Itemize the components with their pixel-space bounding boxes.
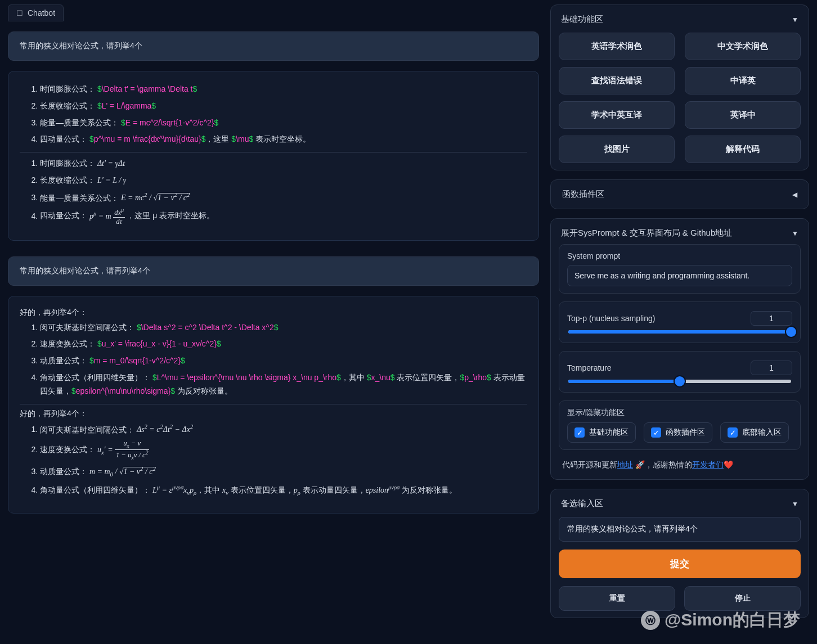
system-prompt-input[interactable]: Serve me as a writing and programming as… xyxy=(567,265,792,286)
user-message-1-text: 常用的狭义相对论公式，请列举4个 xyxy=(20,41,142,50)
panel-basic-functions: 基础功能区 ▼ 英语学术润色 中文学术润色 查找语法错误 中译英 学术中英互译 … xyxy=(550,4,809,170)
sidebar: 基础功能区 ▼ 英语学术润色 中文学术润色 查找语法错误 中译英 学术中英互译 … xyxy=(547,0,817,644)
chevron-down-icon: ▼ xyxy=(792,16,798,24)
slider-thumb-icon[interactable] xyxy=(675,376,685,386)
rendered-item-2-2: 速度变换公式： ux′ = ux − v1 − uxv / c2 xyxy=(40,440,527,461)
check-input-area[interactable]: ✓ 底部输入区 xyxy=(720,422,789,443)
rendered-list-1: 时间膨胀公式： Δt′ = γΔt 长度收缩公式： L′ = L / γ 能量—… xyxy=(34,157,527,225)
raw-latex-list-1: 时间膨胀公式： $\Delta t' = \gamma \Delta t$ 长度… xyxy=(34,83,527,146)
assistant-message-2: 好的，再列举4个： 闵可夫斯基时空间隔公式： $\Delta s^2 = c^2… xyxy=(8,296,539,514)
panel-plugins-header[interactable]: 函数插件区 ◀ xyxy=(560,187,800,202)
rendered-item-1-1: 时间膨胀公式： Δt′ = γΔt xyxy=(40,157,527,170)
raw-item-2-2: 速度变换公式： $u_x' = \frac{u_x - v}{1 - u_xv/… xyxy=(40,337,527,351)
btn-cn2en[interactable]: 中译英 xyxy=(685,67,801,94)
user-message-2: 常用的狭义相对论公式，请再列举4个 xyxy=(8,256,539,286)
chat-area: ☐ Chatbot 常用的狭义相对论公式，请列举4个 时间膨胀公式： $\Del… xyxy=(0,0,547,644)
raw-item-1-1: 时间膨胀公式： $\Delta t' = \gamma \Delta t$ xyxy=(40,83,527,96)
chevron-down-icon: ▼ xyxy=(792,500,798,508)
visibility-title: 显示/隐藏功能区 xyxy=(567,408,792,418)
raw-latex-list-2: 闵可夫斯基时空间隔公式： $\Delta s^2 = c^2 \Delta t^… xyxy=(34,321,527,398)
btn-academic-tr[interactable]: 学术中英互译 xyxy=(559,101,675,129)
panel-plugins-title: 函数插件区 xyxy=(562,189,604,200)
rendered-item-2-1: 闵可夫斯基时空间隔公式： Δs2 = c2Δt2 − Δx2 xyxy=(40,422,527,436)
check-plugin-area[interactable]: ✓ 函数插件区 xyxy=(644,422,712,443)
btn-find-image[interactable]: 找图片 xyxy=(559,136,675,163)
system-prompt-label: System prompt xyxy=(567,251,792,260)
chat-icon: ☐ xyxy=(16,9,23,17)
checkbox-checked-icon: ✓ xyxy=(574,427,585,438)
raw-item-2-4: 角动量公式（利用四维矢量）： $L^\mu = \epsilon^{\mu \n… xyxy=(40,371,527,398)
alt-input-header[interactable]: 备选输入区 ▼ xyxy=(559,496,801,515)
visibility-panel: 显示/隐藏功能区 ✓ 基础功能区 ✓ 函数插件区 ✓ 底部输入区 xyxy=(559,400,801,450)
btn-cn-polish[interactable]: 中文学术润色 xyxy=(685,33,801,60)
panel-basic-title: 基础功能区 xyxy=(561,14,603,25)
check-basic-area[interactable]: ✓ 基础功能区 xyxy=(567,422,636,443)
user-message-1: 常用的狭义相对论公式，请列举4个 xyxy=(8,31,539,61)
assistant-message-1: 时间膨胀公式： $\Delta t' = \gamma \Delta t$ 长度… xyxy=(8,71,539,241)
panel-settings-title: 展开SysPrompt & 交互界面布局 & Github地址 xyxy=(561,228,732,238)
footnote: 代码开源和更新地址 🚀，感谢热情的开发者们❤️ xyxy=(559,458,801,472)
btn-grammar[interactable]: 查找语法错误 xyxy=(559,67,675,94)
alt-input-title: 备选输入区 xyxy=(561,498,603,509)
btn-en-polish[interactable]: 英语学术润色 xyxy=(559,33,675,60)
temperature-label: Temperature xyxy=(567,363,612,372)
panel-settings-header[interactable]: 展开SysPrompt & 交互界面布局 & Github地址 ▼ xyxy=(559,226,801,244)
raw-item-1-3: 能量—质量关系公式： $E = mc^2/\sqrt{1-v^2/c^2}$ xyxy=(40,116,527,130)
intro-2a: 好的，再列举4个： xyxy=(20,308,527,318)
rendered-item-1-3: 能量—质量关系公式： E = mc2 / √1 − v2 / c2 xyxy=(40,191,527,205)
intro-2b: 好的，再列举4个： xyxy=(20,409,527,419)
top-p-label: Top-p (nucleus sampling) xyxy=(567,314,655,323)
checkbox-checked-icon: ✓ xyxy=(651,427,661,438)
raw-item-2-1: 闵可夫斯基时空间隔公式： $\Delta s^2 = c^2 \Delta t^… xyxy=(40,321,527,335)
tab-chatbot-label: Chatbot xyxy=(28,8,55,17)
panel-alt-input: 备选输入区 ▼ 常用的狭义相对论公式，请再列举4个 提交 重置 停止 xyxy=(550,489,809,618)
temperature-panel: Temperature 1 xyxy=(559,351,801,393)
raw-item-2-3: 动质量公式： $m = m_0/\sqrt{1-v^2/c^2}$ xyxy=(40,354,527,368)
btn-explain-code[interactable]: 解释代码 xyxy=(685,136,801,163)
temperature-value[interactable]: 1 xyxy=(751,361,792,375)
chevron-down-icon: ▼ xyxy=(792,229,798,237)
reset-button[interactable]: 重置 xyxy=(559,586,675,611)
rendered-item-1-4: 四动量公式： pμ = m dxμdτ ，这里 μ 表示时空坐标。 xyxy=(40,208,527,225)
basic-buttons-grid: 英语学术润色 中文学术润色 查找语法错误 中译英 学术中英互译 英译中 找图片 … xyxy=(559,33,801,163)
rendered-item-2-3: 动质量公式： m = m0 / √1 − v2 / c2 xyxy=(40,464,527,479)
link-repo[interactable]: 地址 xyxy=(617,460,633,469)
user-message-2-text: 常用的狭义相对论公式，请再列举4个 xyxy=(20,266,150,275)
raw-item-1-2: 长度收缩公式： $L' = L/\gamma$ xyxy=(40,100,527,113)
raw-item-1-4: 四动量公式： $p^\mu = m \frac{dx^\mu}{d\tau}$，… xyxy=(40,133,527,146)
checkbox-checked-icon: ✓ xyxy=(728,427,738,438)
rendered-item-2-4: 角动量公式（利用四维矢量）： Lμ = εμνρσxνpρ，其中 xν 表示位置… xyxy=(40,483,527,498)
chevron-left-icon: ◀ xyxy=(792,191,797,199)
stop-button[interactable]: 停止 xyxy=(684,586,801,611)
panel-basic-header[interactable]: 基础功能区 ▼ xyxy=(559,12,801,30)
top-p-panel: Top-p (nucleus sampling) 1 xyxy=(559,301,801,343)
rendered-item-1-2: 长度收缩公式： L′ = L / γ xyxy=(40,174,527,187)
submit-button[interactable]: 提交 xyxy=(559,550,801,578)
slider-thumb-icon[interactable] xyxy=(786,327,796,337)
btn-en2cn[interactable]: 英译中 xyxy=(685,101,801,129)
link-devs[interactable]: 开发者们 xyxy=(692,460,724,469)
tab-chatbot[interactable]: ☐ Chatbot xyxy=(8,4,64,21)
temperature-slider[interactable] xyxy=(568,380,791,383)
panel-settings: 展开SysPrompt & 交互界面布局 & Github地址 ▼ System… xyxy=(550,218,809,480)
top-p-slider[interactable] xyxy=(568,330,791,334)
rendered-list-2: 闵可夫斯基时空间隔公式： Δs2 = c2Δt2 − Δx2 速度变换公式： u… xyxy=(34,422,527,498)
alt-input-textbox[interactable]: 常用的狭义相对论公式，请再列举4个 xyxy=(559,517,801,542)
system-prompt-panel: System prompt Serve me as a writing and … xyxy=(559,244,801,294)
top-p-value[interactable]: 1 xyxy=(751,311,792,326)
panel-function-plugins: 函数插件区 ◀ xyxy=(550,179,809,209)
